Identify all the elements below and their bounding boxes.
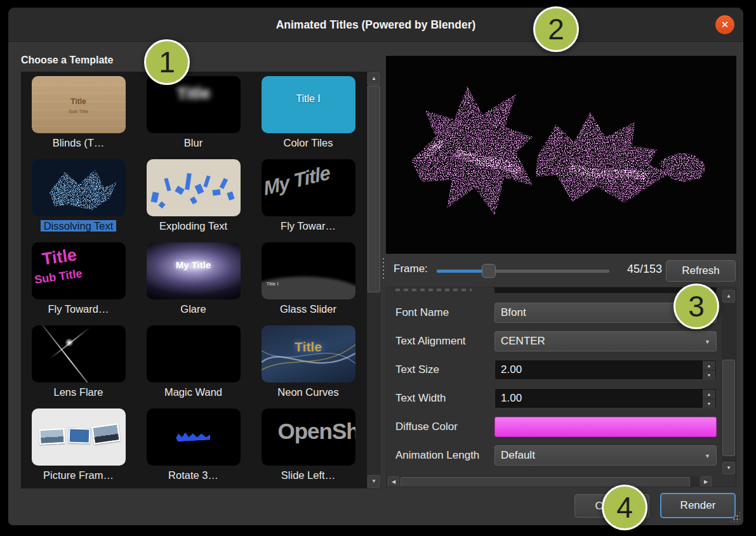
template-item-slide-left[interactable]: OpenShot Slide Left…	[251, 404, 366, 487]
photo-art	[68, 428, 90, 443]
template-item-fly-toward[interactable]: Title Sub Title Fly Toward…	[21, 238, 136, 321]
close-icon[interactable]: ✕	[715, 15, 734, 34]
template-thumbnail: OpenShot	[262, 409, 355, 466]
scroll-up-icon[interactable]: ▲	[722, 290, 735, 303]
form-row-text-size: Text Size 2.00 ▲ ▼	[387, 360, 736, 380]
template-thumbnail: Title Sub Title	[32, 76, 126, 133]
template-item-neon-curves[interactable]: Title Neon Curves	[251, 321, 366, 404]
photo-art	[91, 423, 120, 445]
scroll-down-icon[interactable]: ▼	[368, 475, 380, 488]
scroll-right-icon[interactable]: ▶	[700, 476, 712, 487]
form-scrollbar-vertical[interactable]: ▲ ▼	[722, 289, 736, 475]
step-up-icon[interactable]: ▲	[703, 361, 715, 370]
scroll-up-icon[interactable]: ▲	[368, 72, 380, 85]
template-label: Magic Wand	[136, 385, 251, 399]
diffuse-color-swatch[interactable]	[494, 417, 717, 437]
photo-art	[39, 428, 65, 445]
template-thumbnail: Title	[262, 325, 355, 382]
stepper-buttons: ▲ ▼	[703, 361, 715, 380]
dialog-title: Animated Titles (Powered by Blender)	[8, 8, 743, 42]
template-thumbnail	[147, 159, 241, 216]
magic-sparkle-art	[147, 325, 241, 382]
scroll-down-icon[interactable]: ▼	[722, 462, 735, 474]
template-label: Blinds (T…	[21, 136, 136, 150]
scrollbar-thumb[interactable]	[722, 360, 735, 456]
template-item-lens-flare[interactable]: Lens Flare	[21, 321, 136, 404]
template-thumbnail	[32, 159, 126, 216]
template-item-magic-wand[interactable]: Magic Wand	[136, 321, 251, 404]
template-label: Slide Left…	[251, 468, 366, 482]
form-scrollbar-horizontal[interactable]: ◀ ▶	[388, 476, 712, 487]
lens-flare-art	[65, 338, 74, 347]
splitter-handle[interactable]	[382, 257, 385, 281]
stepper-buttons: ▲ ▼	[703, 389, 715, 409]
step-down-icon[interactable]: ▼	[703, 399, 715, 409]
frame-slider-handle[interactable]	[482, 264, 496, 278]
template-item-picture-frames[interactable]: Picture Fram…	[21, 404, 136, 487]
template-item-blinds[interactable]: Title Sub Title Blinds (T…	[21, 72, 136, 155]
template-item-glare[interactable]: My Title Glare	[136, 238, 251, 321]
template-grid: Title Sub Title Blinds (T… Title Blur Ti…	[21, 72, 367, 487]
dropdown-value: Default	[501, 449, 535, 461]
template-label: Lens Flare	[21, 385, 136, 399]
template-thumbnail: Title I	[262, 242, 355, 299]
choose-template-heading: Choose a Template	[21, 55, 114, 66]
field-label: Diffuse Color	[395, 417, 458, 437]
preview-pane	[386, 56, 736, 254]
step-up-icon[interactable]: ▲	[703, 389, 715, 399]
frame-slider-fill	[437, 270, 489, 273]
stepper-value: 1.00	[501, 392, 522, 404]
callout-badge-3: 3	[673, 284, 719, 329]
step-down-icon[interactable]: ▼	[703, 370, 715, 380]
dropdown-value: CENTER	[501, 335, 545, 347]
template-item-fly-towards[interactable]: My Title Fly Towar…	[251, 155, 366, 238]
template-label: Fly Towar…	[251, 219, 366, 233]
thumb-subtext: Sub Title	[33, 267, 83, 287]
template-thumbnail: My Title	[147, 242, 241, 299]
template-item-exploding-text[interactable]: Exploding Text	[136, 155, 251, 238]
template-item-color-tiles[interactable]: Title I Color Tiles	[251, 72, 366, 155]
frame-slider[interactable]	[437, 264, 609, 278]
thumb-text: My Title	[262, 161, 331, 200]
template-scrollbar[interactable]: ▲ ▼	[367, 72, 381, 488]
selected-template-label: Dissolving Text	[41, 220, 117, 232]
template-label: Picture Fram…	[21, 468, 136, 482]
template-label: Rotate 3…	[136, 468, 251, 482]
form-row-text-width: Text Width 1.00 ▲ ▼	[387, 388, 736, 409]
template-thumbnail	[147, 409, 241, 466]
frame-label: Frame:	[394, 263, 428, 275]
template-thumbnail	[147, 325, 241, 382]
field-label: Text Width	[395, 388, 446, 409]
stepper-value: 2.00	[501, 363, 522, 376]
template-item-rotate[interactable]: Rotate 3…	[136, 404, 251, 487]
text-size-stepper[interactable]: 2.00 ▲ ▼	[494, 360, 717, 380]
template-item-glass-slider[interactable]: Title I Glass Slider	[251, 238, 366, 321]
text-alignment-dropdown[interactable]: CENTER ▼	[494, 331, 717, 351]
refresh-button[interactable]: Refresh	[666, 260, 736, 282]
thumb-subtext: Sub Title	[32, 108, 126, 114]
animation-length-dropdown[interactable]: Default ▼	[494, 445, 717, 466]
template-label: Glass Slider	[251, 302, 366, 316]
thumb-text: Title	[41, 245, 78, 269]
lens-flare-art	[33, 325, 104, 382]
scrollbar-thumb[interactable]	[368, 86, 380, 292]
template-item-dissolving-text[interactable]: Dissolving Text	[21, 155, 136, 238]
template-thumbnail: My Title	[262, 159, 355, 216]
template-thumbnail	[32, 409, 126, 466]
template-item-blur[interactable]: Title Blur	[136, 72, 251, 155]
template-label: Exploding Text	[136, 219, 251, 233]
text-width-stepper[interactable]: 1.00 ▲ ▼	[494, 388, 717, 409]
template-thumbnail	[32, 325, 126, 382]
template-label: Fly Toward…	[21, 302, 136, 316]
template-list: Title Sub Title Blinds (T… Title Blur Ti…	[21, 72, 381, 488]
form-row-diffuse-color: Diffuse Color	[387, 417, 736, 437]
chevron-down-icon: ▼	[705, 332, 710, 352]
scroll-left-icon[interactable]: ◀	[388, 476, 399, 487]
scrollbar-thumb[interactable]	[401, 477, 690, 487]
render-button[interactable]: Render	[660, 493, 736, 518]
callout-badge-2: 2	[533, 6, 579, 52]
frame-counter: 45/153	[613, 263, 662, 276]
thumb-text: Title	[262, 339, 355, 355]
title-bar[interactable]: Animated Titles (Powered by Blender) ✕	[8, 8, 743, 42]
callout-badge-1: 1	[144, 39, 190, 85]
